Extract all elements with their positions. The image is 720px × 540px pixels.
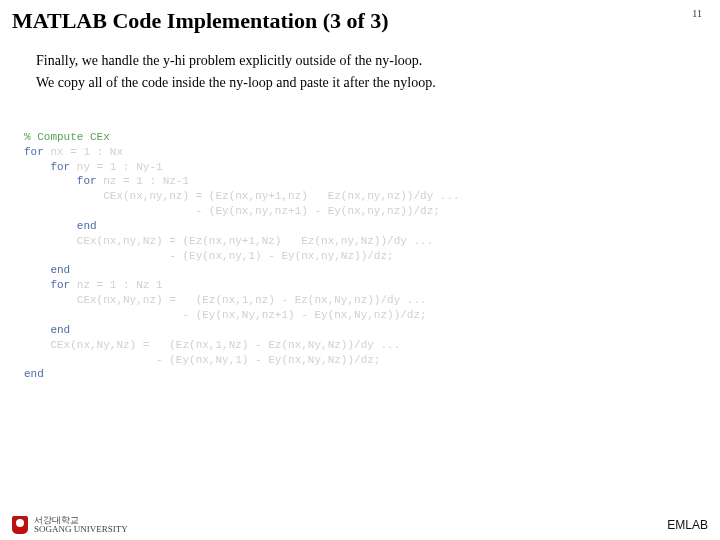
body-line-1: Finally, we handle the y‐hi problem expl… [36,52,708,70]
code-text: nz = 1 : Nz 1 [70,279,162,291]
body-line-2: We copy all of the code inside the ny‐lo… [36,74,708,92]
university-en: SOGANG UNIVERSITY [34,525,128,534]
code-text: CEx(nx,Ny,Nz) = (Ez(nx,1,Nz) - Ez(nx,Ny,… [24,339,400,351]
code-text: nz = 1 : Nz-1 [97,175,189,187]
code-kw: end [24,264,70,276]
code-comment: % Compute CEx [24,131,110,143]
code-kw: for [24,161,70,173]
lab-label: EMLAB [667,518,708,532]
code-text: - (Ey(nx,ny,nz+1) - Ey(nx,ny,nz))/dz; [24,205,440,217]
code-kw: end [24,324,70,336]
university-text: 서강대학교 SOGANG UNIVERSITY [34,516,128,534]
code-text: CEx(nx,Ny,nz) = (Ez(nx,1,nz) - Ez(nx,Ny,… [24,294,427,306]
code-text: - (Ey(nx,ny,1) - Ey(nx,ny,Nz))/dz; [24,250,394,262]
code-text: - (Ey(nx,Ny,1) - Ey(nx,Ny,Nz))/dz; [24,354,380,366]
university-logo: 서강대학교 SOGANG UNIVERSITY [12,516,128,534]
code-text: CEx(nx,ny,nz) = (Ez(nx,ny+1,nz) Ez(nx,ny… [24,190,460,202]
page-number: 11 [692,8,702,19]
code-text: CEx(nx,ny,Nz) = (Ez(nx,ny+1,Nz) Ez(nx,ny… [24,235,433,247]
code-kw: for [24,175,97,187]
code-kw: for [24,146,44,158]
slide-title: MATLAB Code Implementation (3 of 3) [12,8,708,34]
code-kw: end [24,220,97,232]
slide: 11 MATLAB Code Implementation (3 of 3) F… [0,0,720,540]
code-kw: for [24,279,70,291]
code-block: % Compute CEx for nx = 1 : Nx for ny = 1… [24,115,708,397]
code-text: - (Ey(nx,Ny,nz+1) - Ey(nx,Ny,nz))/dz; [24,309,427,321]
footer: 서강대학교 SOGANG UNIVERSITY EMLAB [12,516,708,534]
shield-icon [12,516,28,534]
code-text: nx = 1 : Nx [44,146,123,158]
code-text: ny = 1 : Ny-1 [70,161,162,173]
code-kw: end [24,368,44,380]
